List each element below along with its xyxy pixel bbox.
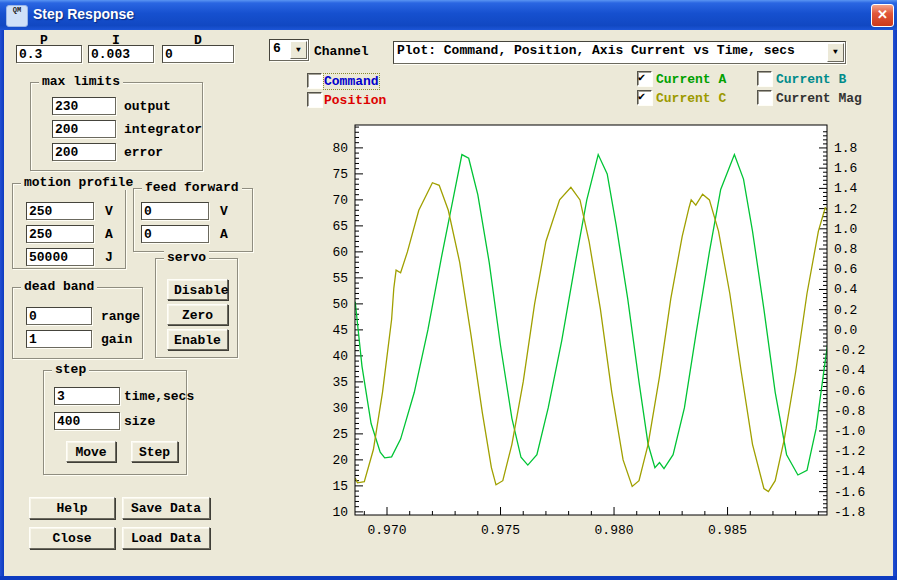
motion-v-label: V [105,204,113,219]
svg-text:10: 10 [332,505,348,520]
servo-title: servo [164,250,209,265]
svg-text:1.4: 1.4 [834,181,858,196]
svg-text:0.8: 0.8 [834,242,857,257]
motion-j-input[interactable] [26,248,94,266]
svg-text:30: 30 [332,401,348,416]
close-button[interactable]: Close [29,527,115,549]
current-a-checkbox-label[interactable]: Current A [656,72,726,87]
position-checkbox[interactable]: ✔ [307,92,322,107]
max-integrator-label: integrator [124,122,202,137]
current-b-checkbox[interactable]: ✔ [757,71,772,86]
current-b-checkbox-label[interactable]: Current B [776,72,846,87]
svg-text:-1.8: -1.8 [834,505,865,520]
svg-text:0.6: 0.6 [834,262,857,277]
svg-text:1.6: 1.6 [834,161,857,176]
svg-text:0.980: 0.980 [595,523,634,538]
svg-text:80: 80 [332,141,348,156]
motion-profile-group: motion profile V A J [12,183,126,269]
load-data-button[interactable]: Load Data [122,527,210,549]
window-border-left [0,30,4,576]
max-error-label: error [124,145,163,160]
ff-a-label: A [220,227,228,242]
max-output-input[interactable] [52,97,116,115]
ff-a-input[interactable] [141,225,209,243]
channel-select[interactable]: 6 ▼ [269,39,309,61]
help-button[interactable]: Help [29,497,115,519]
svg-text:60: 60 [332,245,348,260]
svg-text:15: 15 [332,479,348,494]
svg-text:55: 55 [332,271,348,286]
motion-a-input[interactable] [26,225,94,243]
plot-select-value: Plot: Command, Position, Axis Current vs… [397,43,795,58]
current-a-checkbox[interactable]: ✔ [637,71,652,86]
servo-zero-button[interactable]: Zero [167,304,228,325]
i-input[interactable] [88,45,154,63]
step-button[interactable]: Step [131,441,178,462]
svg-text:1.8: 1.8 [834,141,857,156]
svg-text:0.985: 0.985 [708,523,747,538]
move-button[interactable]: Move [66,441,116,462]
svg-text:75: 75 [332,167,348,182]
svg-text:-0.2: -0.2 [834,343,865,358]
max-error-input[interactable] [52,143,116,161]
svg-text:0.4: 0.4 [834,282,858,297]
ff-v-input[interactable] [141,202,209,220]
svg-text:0.0: 0.0 [834,323,857,338]
d-input[interactable] [162,45,234,63]
svg-text:-1.6: -1.6 [834,485,865,500]
svg-text:-0.4: -0.4 [834,363,865,378]
svg-text:25: 25 [332,427,348,442]
motion-j-label: J [105,250,113,265]
channel-label: Channel [314,44,369,59]
servo-group: servo Disable Zero Enable [155,258,238,358]
svg-text:0.970: 0.970 [368,523,407,538]
svg-text:0.2: 0.2 [834,303,857,318]
servo-enable-button[interactable]: Enable [167,329,228,350]
max-integrator-input[interactable] [52,120,116,138]
svg-text:-1.4: -1.4 [834,464,865,479]
chevron-down-icon[interactable]: ▼ [290,41,307,59]
max-limits-group: max limits output integrator error [30,82,203,171]
step-time-label: time,secs [124,389,194,404]
servo-disable-button[interactable]: Disable [167,279,228,300]
deadband-gain-input[interactable] [26,330,92,348]
svg-text:45: 45 [332,323,348,338]
svg-text:-0.8: -0.8 [834,404,865,419]
title-bar: QM Step Response ✕ [0,0,897,30]
chevron-down-icon[interactable]: ▼ [827,43,844,62]
check-icon: ✔ [638,89,645,104]
app-icon: QM [6,5,28,27]
command-checkbox-label[interactable]: Command [324,74,379,89]
plot-select[interactable]: Plot: Command, Position, Axis Current vs… [393,41,846,64]
svg-text:1.0: 1.0 [834,222,857,237]
current-c-checkbox-label[interactable]: Current C [656,91,726,106]
feed-forward-title: feed forward [142,180,242,195]
step-size-label: size [124,414,155,429]
current-mag-checkbox[interactable]: ✔ [757,90,772,105]
current-c-checkbox[interactable]: ✔ [637,90,652,105]
motion-a-label: A [105,227,113,242]
p-input[interactable] [16,45,82,63]
close-icon[interactable]: ✕ [871,4,894,27]
dead-band-title: dead band [21,279,97,294]
svg-text:70: 70 [332,193,348,208]
max-limits-title: max limits [39,74,123,89]
motion-profile-title: motion profile [21,175,136,190]
svg-text:50: 50 [332,297,348,312]
step-group: step time,secs size Move Step [43,370,187,475]
deadband-range-input[interactable] [26,307,92,325]
step-time-input[interactable] [54,387,120,405]
ff-v-label: V [220,204,228,219]
channel-value: 6 [273,41,281,56]
save-data-button[interactable]: Save Data [122,497,210,519]
position-checkbox-label[interactable]: Position [324,93,386,108]
window-title: Step Response [33,6,134,22]
svg-text:-1.2: -1.2 [834,444,865,459]
max-output-label: output [124,99,171,114]
command-checkbox[interactable]: ✔ [307,73,322,88]
current-mag-checkbox-label[interactable]: Current Mag [776,91,862,106]
check-icon: ✔ [638,70,645,85]
svg-text:0.975: 0.975 [481,523,520,538]
step-size-input[interactable] [54,412,120,430]
motion-v-input[interactable] [26,202,94,220]
